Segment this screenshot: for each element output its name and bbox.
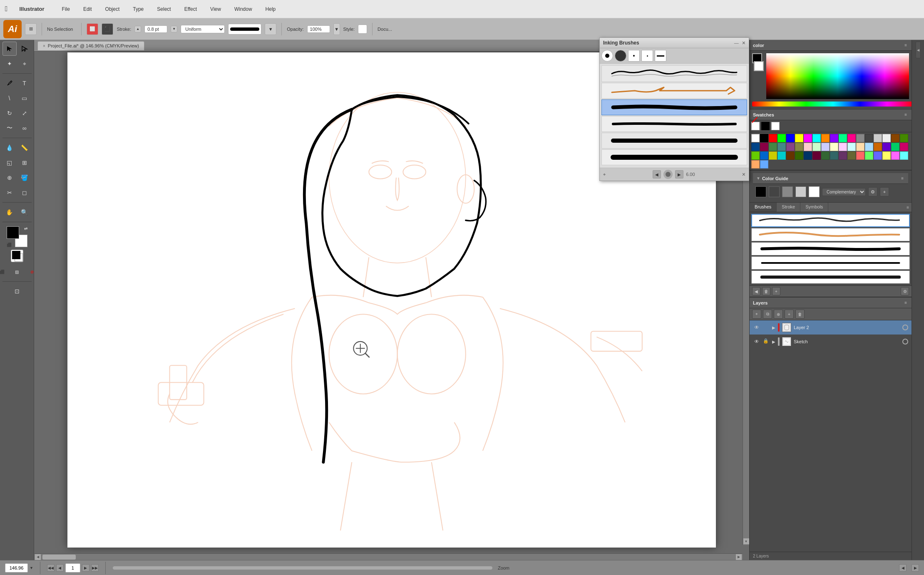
inking-nav-next-btn[interactable]: ▶ xyxy=(675,170,683,178)
style-swatch[interactable] xyxy=(358,25,367,34)
menu-view[interactable]: View xyxy=(208,5,224,13)
ink-ctrl-dot-small[interactable] xyxy=(628,50,640,62)
color-spectrum[interactable] xyxy=(766,53,909,99)
scroll-left-btn[interactable]: ◀ xyxy=(35,554,41,560)
cg-swatch-5[interactable] xyxy=(809,186,820,197)
swatch-12[interactable] xyxy=(856,134,864,142)
collapse-right-btn[interactable]: ◀ xyxy=(916,42,921,58)
swatch-44[interactable] xyxy=(821,151,830,160)
rect-tool[interactable]: ▭ xyxy=(17,91,32,105)
color-guide-menu-btn[interactable]: ≡ xyxy=(900,176,905,181)
brush-item-2[interactable] xyxy=(751,228,910,241)
scroll-down-btn[interactable]: ▼ xyxy=(743,538,749,544)
menu-help[interactable]: Help xyxy=(263,5,278,13)
swatch-28[interactable] xyxy=(839,143,847,151)
stroke-indicator[interactable] xyxy=(754,61,764,71)
tab-brushes[interactable]: Brushes xyxy=(750,203,777,212)
color-mode-btn[interactable] xyxy=(11,250,23,262)
layer-locate-btn[interactable]: ⌖ xyxy=(752,310,761,319)
eyedropper-tool[interactable]: 💧 xyxy=(2,141,17,155)
type-tool[interactable]: T xyxy=(17,76,32,90)
swatch-9[interactable] xyxy=(830,134,838,142)
swatch-46[interactable] xyxy=(839,151,847,160)
swatch-2[interactable] xyxy=(769,134,777,142)
cg-swatch-2[interactable] xyxy=(769,186,780,197)
line-tool[interactable]: \ xyxy=(2,91,17,105)
swatch-25[interactable] xyxy=(812,143,821,151)
swatches-panel-menu-btn[interactable]: ≡ xyxy=(903,112,908,117)
nav-first-btn[interactable]: ◀◀ xyxy=(47,564,55,572)
menu-select[interactable]: Select xyxy=(154,5,173,13)
stroke-value-input[interactable] xyxy=(144,25,167,33)
layer-arrange-btn[interactable]: ⧉ xyxy=(763,310,772,319)
horizontal-scrollbar[interactable]: ◀ ▶ xyxy=(34,553,743,560)
ink-ctrl-circle-solid[interactable] xyxy=(601,50,613,62)
stroke-down-btn[interactable]: ▼ xyxy=(171,26,177,32)
swatch-30[interactable] xyxy=(856,143,864,151)
fill-color-btn[interactable]: ⬛ xyxy=(102,23,113,35)
eraser-tool[interactable]: ◻ xyxy=(17,186,32,200)
swatch-black[interactable] xyxy=(761,122,770,130)
apple-menu[interactable]:  xyxy=(5,5,8,13)
cg-swatch-3[interactable] xyxy=(782,186,793,197)
inking-brush-6[interactable] xyxy=(601,149,747,165)
swatch-3[interactable] xyxy=(777,134,786,142)
swatch-8[interactable] xyxy=(821,134,830,142)
swatch-18[interactable] xyxy=(751,143,760,151)
layer-collect-btn[interactable]: ⊕ xyxy=(774,310,783,319)
menu-file[interactable]: File xyxy=(60,5,72,13)
ink-ctrl-circle-fill[interactable] xyxy=(615,50,626,62)
stroke-fill-swap[interactable]: ⬛ xyxy=(0,265,9,279)
opacity-value-input[interactable] xyxy=(307,25,330,33)
statusbar-right-scroll-right[interactable]: ▶ xyxy=(912,564,919,572)
swatch-51[interactable] xyxy=(882,151,891,160)
swatch-31[interactable] xyxy=(865,143,873,151)
swatch-21[interactable] xyxy=(777,143,786,151)
swatch-36[interactable] xyxy=(751,151,760,160)
swatch-none[interactable] xyxy=(751,122,760,130)
swatch-50[interactable] xyxy=(874,151,882,160)
inking-close-btn[interactable]: × xyxy=(742,40,745,46)
swatch-15[interactable] xyxy=(882,134,891,142)
ink-ctrl-line-medium[interactable] xyxy=(655,50,666,62)
h-scroll-thumb[interactable] xyxy=(42,555,76,560)
swatch-19[interactable] xyxy=(760,143,768,151)
swatch-32[interactable] xyxy=(874,143,882,151)
scroll-right-btn[interactable]: ▶ xyxy=(736,554,742,560)
swatch-52[interactable] xyxy=(891,151,899,160)
layer2-visibility[interactable]: 👁 xyxy=(753,324,760,331)
foreground-swatch[interactable] xyxy=(7,226,19,239)
swatch-27[interactable] xyxy=(830,143,838,151)
inking-brush-3[interactable] xyxy=(601,99,747,115)
zoom-tool[interactable]: 🔍 xyxy=(17,205,32,219)
inking-brush-4[interactable] xyxy=(601,116,747,132)
ink-ctrl-dot-tiny[interactable] xyxy=(641,50,653,62)
brush-item-1[interactable] xyxy=(751,214,910,227)
layer-row-layer2[interactable]: 👁 ▶ Layer 2 xyxy=(750,320,912,335)
shape-builder-tool[interactable]: ⊕ xyxy=(2,171,17,185)
opacity-expand-btn[interactable]: ▼ xyxy=(333,23,340,35)
cg-swatch-4[interactable] xyxy=(795,186,806,197)
hand-tool[interactable]: ✋ xyxy=(2,205,17,219)
swatch-39[interactable] xyxy=(777,151,786,160)
sketch-target[interactable] xyxy=(902,339,908,345)
page-num-input[interactable] xyxy=(65,563,80,573)
screen-mode-btn[interactable]: ⊞ xyxy=(25,23,37,35)
inking-brush-2[interactable] xyxy=(601,83,747,99)
swatch-7[interactable] xyxy=(812,134,821,142)
brush-nav-left[interactable]: ◀ xyxy=(752,287,760,295)
inking-nav-prev-btn[interactable]: ◀ xyxy=(653,170,661,178)
magic-wand-tool[interactable]: ✦ xyxy=(2,57,17,71)
inking-brush-5[interactable] xyxy=(601,133,747,149)
swatch-41[interactable] xyxy=(795,151,803,160)
color-hue-bar[interactable] xyxy=(752,102,914,107)
inking-collapse-btn[interactable]: — xyxy=(733,40,740,45)
swatch-43[interactable] xyxy=(812,151,821,160)
swatch-49[interactable] xyxy=(865,151,873,160)
scale-tool[interactable]: ⤢ xyxy=(17,106,32,120)
nav-prev-btn[interactable]: ◀ xyxy=(56,564,64,572)
statusbar-right-scroll-left[interactable]: ◀ xyxy=(899,564,907,572)
stroke-expand-btn[interactable]: ▼ xyxy=(265,23,276,35)
swatch-11[interactable] xyxy=(847,134,856,142)
layer-row-sketch[interactable]: 👁 🔒 ▶ Sketch xyxy=(750,335,912,349)
